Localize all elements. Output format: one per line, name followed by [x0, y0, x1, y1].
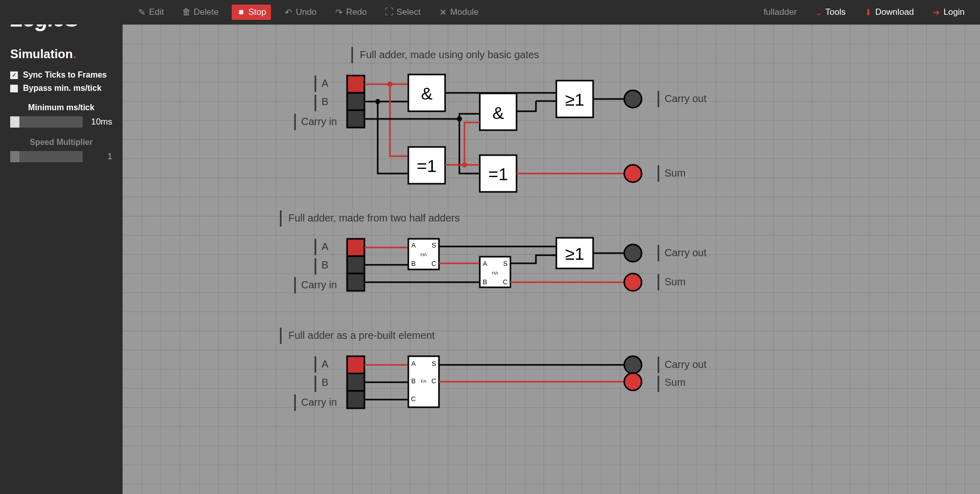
module-button[interactable]: ✕ Module: [434, 5, 484, 20]
svg-text:Carry in: Carry in: [301, 397, 337, 408]
stop-button[interactable]: ■ Stop: [232, 5, 271, 20]
canvas[interactable]: Full adder, made using only basic gates …: [122, 24, 980, 494]
tools-button[interactable]: ⌄ Tools: [810, 5, 851, 20]
svg-text:C: C: [431, 260, 436, 267]
panel-title: Simulation.: [10, 47, 112, 61]
svg-text:Sum: Sum: [665, 377, 685, 388]
output-sum-2: [624, 274, 642, 291]
svg-text:A: A: [322, 78, 329, 89]
svg-text:B: B: [322, 377, 328, 388]
svg-text:HA: HA: [421, 252, 427, 257]
svg-text:=1: =1: [488, 164, 508, 184]
caption-3: Full adder as a pre-built element: [288, 330, 435, 341]
caption-2: Full adder, made from two half adders: [288, 212, 460, 224]
svg-text:S: S: [503, 260, 508, 267]
speed-slider[interactable]: [10, 151, 83, 162]
svg-text:C: C: [503, 278, 507, 286]
svg-text:B: B: [411, 260, 416, 267]
slider-thumb[interactable]: [10, 116, 19, 128]
svg-text:C: C: [411, 395, 415, 403]
sidebar: LogiJS Simulation. Sync Ticks to Frames …: [0, 0, 122, 494]
tools-label: Tools: [825, 7, 846, 17]
svg-text:A: A: [322, 358, 329, 369]
select-label: Select: [397, 7, 421, 17]
module-icon: ✕: [439, 8, 447, 16]
bypass-min-checkbox[interactable]: Bypass min. ms/tick: [10, 84, 112, 93]
svg-text:A: A: [322, 241, 329, 252]
svg-text:Sum: Sum: [665, 167, 685, 179]
svg-text:Carry out: Carry out: [665, 93, 707, 104]
svg-text:≥1: ≥1: [565, 90, 584, 109]
output-carryout-2: [624, 244, 642, 262]
svg-text:HA: HA: [492, 270, 499, 276]
stop-icon: ■: [237, 8, 245, 16]
download-icon: ⬇: [864, 8, 872, 16]
output-carryout: [624, 90, 642, 108]
switch-cin-2[interactable]: [347, 274, 364, 291]
min-tick-slider[interactable]: [10, 116, 83, 128]
undo-button[interactable]: ↶ Undo: [279, 5, 322, 20]
select-icon: ⛶: [385, 8, 394, 16]
slider-thumb[interactable]: [10, 151, 19, 162]
svg-text:A: A: [411, 241, 416, 249]
undo-icon: ↶: [284, 8, 292, 16]
select-button[interactable]: ⛶ Select: [380, 5, 426, 20]
svg-text:Carry in: Carry in: [301, 279, 337, 290]
speed-value: 1: [88, 152, 112, 162]
svg-text:Carry out: Carry out: [665, 247, 707, 258]
redo-label: Redo: [346, 7, 367, 17]
svg-text:A: A: [483, 260, 487, 267]
svg-text:B: B: [411, 377, 416, 385]
svg-text:=1: =1: [417, 156, 437, 176]
switch-cin[interactable]: [347, 110, 364, 128]
svg-text:Sum: Sum: [665, 276, 685, 287]
svg-text:&: &: [493, 103, 504, 122]
login-icon: ➜: [932, 8, 940, 16]
svg-text:&: &: [421, 84, 433, 103]
sketch-name: fulladder: [758, 5, 802, 20]
switch-a-2[interactable]: [347, 239, 364, 256]
checkbox-icon: [10, 71, 18, 79]
svg-text:B: B: [322, 96, 328, 107]
download-button[interactable]: ⬇ Download: [859, 5, 919, 20]
edit-button[interactable]: ✎ Edit: [133, 5, 169, 20]
svg-text:Carry out: Carry out: [665, 359, 707, 370]
speed-label: Speed Multiplier: [10, 138, 112, 147]
svg-text:≥1: ≥1: [565, 244, 584, 263]
switch-a[interactable]: [347, 76, 364, 93]
switch-b-2[interactable]: [347, 256, 364, 274]
undo-label: Undo: [296, 7, 316, 17]
download-label: Download: [875, 7, 914, 17]
svg-text:FA: FA: [421, 379, 426, 384]
output-sum-3: [624, 373, 642, 390]
svg-text:S: S: [432, 360, 436, 367]
svg-text:Carry in: Carry in: [301, 116, 337, 127]
min-tick-label: Minimum ms/tick: [10, 103, 112, 112]
output-carryout-3: [624, 356, 642, 374]
edit-label: Edit: [149, 7, 164, 17]
min-tick-value: 10ms: [88, 117, 112, 127]
redo-button[interactable]: ↷ Redo: [330, 5, 372, 20]
topbar: ✎ Edit 🗑 Delete ■ Stop ↶ Undo ↷ Redo ⛶ S…: [0, 0, 980, 24]
delete-label: Delete: [193, 7, 218, 17]
output-sum: [624, 165, 642, 182]
svg-text:B: B: [322, 259, 328, 270]
sync-ticks-checkbox[interactable]: Sync Ticks to Frames: [10, 70, 112, 80]
switch-b[interactable]: [347, 93, 364, 110]
svg-text:S: S: [432, 241, 436, 249]
delete-button[interactable]: 🗑 Delete: [177, 5, 224, 20]
chevron-down-icon: ⌄: [815, 7, 822, 18]
switch-a-3[interactable]: [347, 356, 364, 374]
switch-b-3[interactable]: [347, 374, 364, 391]
svg-text:C: C: [431, 377, 436, 385]
trash-icon: 🗑: [182, 8, 190, 16]
stop-label: Stop: [248, 7, 266, 17]
caption-1: Full adder, made using only basic gates: [360, 49, 539, 60]
checkbox-icon: [10, 85, 18, 92]
svg-text:A: A: [411, 360, 416, 367]
login-button[interactable]: ➜ Login: [927, 5, 970, 20]
switch-cin-3[interactable]: [347, 391, 364, 408]
login-label: Login: [943, 7, 965, 17]
pencil-icon: ✎: [138, 8, 146, 16]
module-label: Module: [450, 7, 479, 17]
